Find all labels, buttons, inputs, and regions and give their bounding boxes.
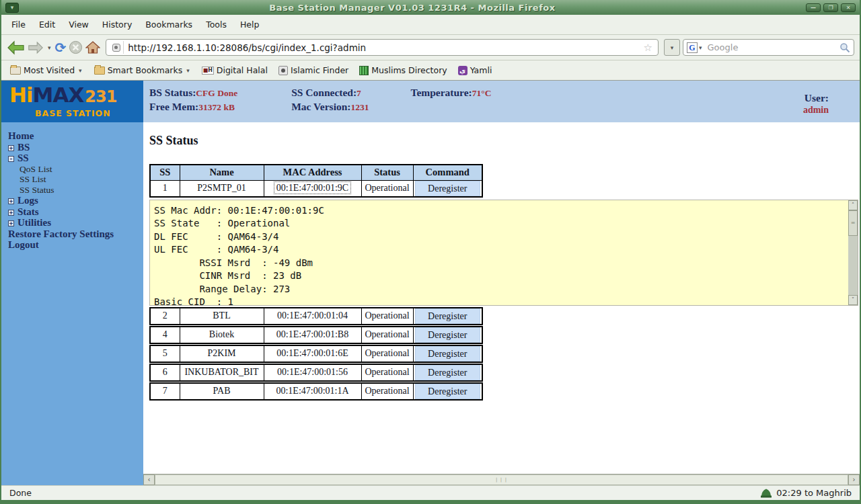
home-icon	[85, 41, 100, 54]
sidebar-item-restore-factory-settings[interactable]: Restore Factory Settings	[8, 228, 143, 240]
col-status: Status	[361, 165, 413, 180]
forward-button[interactable]	[28, 38, 44, 58]
free-mem-value: 31372 kB	[198, 102, 235, 112]
navigation-toolbar: ▾ ⟳ ☆ ▾ G ▾	[1, 35, 860, 60]
close-button[interactable]: ✕	[841, 3, 856, 12]
table-row: 2 BTL 00:1E:47:00:01:04 Operational Dere…	[150, 308, 482, 325]
window-title: Base Station Manager V01.03 1231R4 - Moz…	[19, 3, 806, 13]
menu-help[interactable]: Help	[234, 17, 266, 32]
temperature-label: Temperature:	[410, 87, 472, 98]
user-value: admin	[803, 104, 829, 116]
sidebar-item-ss-list[interactable]: SS List	[8, 174, 143, 185]
deregister-button[interactable]: Deregister	[415, 365, 481, 380]
scrollbar-thumb[interactable]: ❘❘❘	[155, 474, 848, 485]
chevron-down-icon: ▾	[77, 67, 83, 74]
expand-icon[interactable]: +	[8, 210, 14, 216]
deregister-button[interactable]: Deregister	[415, 384, 481, 399]
yamli-icon: ي	[458, 66, 467, 75]
mac-address-link[interactable]: 00:1E:47:00:01:56	[277, 367, 348, 377]
ss-row-table: 4 Biotek 00:1E:47:00:01:B8 Operational D…	[149, 326, 483, 344]
bookmark-star-icon[interactable]: ☆	[641, 42, 655, 54]
expand-icon[interactable]: +	[8, 220, 14, 226]
scroll-right-icon[interactable]: ›	[848, 474, 860, 485]
stop-button[interactable]	[69, 38, 83, 58]
url-bar[interactable]: ☆	[106, 39, 659, 56]
maximize-button[interactable]: ❐	[823, 3, 838, 12]
url-input[interactable]	[128, 42, 640, 53]
content-horizontal-scrollbar[interactable]: ‹ ❘❘❘ ›	[143, 474, 860, 485]
history-dropdown-chevron-icon[interactable]: ▾	[46, 44, 52, 51]
sidebar-item-logout[interactable]: Logout	[8, 239, 143, 251]
mac-address-link[interactable]: 00:1E:47:00:01:B8	[276, 329, 348, 339]
menu-edit[interactable]: Edit	[33, 17, 61, 32]
menu-bookmarks[interactable]: Bookmarks	[139, 17, 198, 32]
table-row: 4 Biotek 00:1E:47:00:01:B8 Operational D…	[150, 327, 482, 343]
mac-address-link[interactable]: 00:1E:47:00:01:6E	[276, 348, 348, 358]
bookmark-smart-bookmarks[interactable]: Smart Bookmarks ▾	[91, 64, 194, 77]
ss-row-table: 5 P2KIM 00:1E:47:00:01:6E Operational De…	[149, 345, 483, 363]
chevron-down-icon: ▾	[185, 67, 191, 74]
islamic-finder-icon	[278, 66, 288, 75]
engine-dropdown-chevron-icon[interactable]: ▾	[698, 44, 704, 51]
forward-icon	[28, 41, 44, 54]
main-content: SS Status SS Name MAC Address Status Com…	[143, 122, 860, 474]
bookmark-most-visited[interactable]: Most Visited ▾	[7, 64, 87, 77]
expand-icon[interactable]: +	[8, 145, 14, 151]
bookmark-digital-halal[interactable]: ■H Digital Halal	[198, 64, 271, 77]
scroll-down-icon[interactable]: ˅	[848, 295, 858, 305]
search-input[interactable]	[704, 42, 839, 52]
ss-row-table: 6 INKUBATOR_BIT 00:1E:47:00:01:56 Operat…	[149, 364, 483, 382]
minimize-button[interactable]: —	[806, 3, 821, 12]
url-dropdown-button[interactable]: ▾	[664, 39, 680, 56]
mac-address-link[interactable]: 00:1E:47:00:01:9C	[274, 182, 350, 194]
home-button[interactable]	[85, 38, 100, 58]
status-text: Done	[9, 488, 32, 498]
sidebar-item-ss-status[interactable]: SS Status	[8, 185, 143, 196]
bs-status-value: CFG Done	[196, 88, 237, 98]
ss-detail-panel[interactable]: SS Mac Addr: 00:1E:47:00:01:9C SS State …	[149, 200, 858, 306]
scroll-left-icon[interactable]: ‹	[143, 474, 155, 485]
sidebar-item-qos-list[interactable]: QoS List	[8, 164, 143, 175]
collapse-icon[interactable]: -	[8, 156, 14, 162]
mac-version-value: 1231	[350, 102, 369, 112]
page-header: HiMAX231 BASE STATION BS Status:CFG Done…	[1, 81, 860, 122]
bookmark-islamic-finder[interactable]: Islamic Finder	[275, 64, 352, 77]
smart-bookmarks-folder-icon	[94, 67, 105, 75]
sidebar-item-bs[interactable]: +BS	[8, 142, 143, 153]
mac-address-link[interactable]: 00:1E:47:00:01:04	[277, 310, 348, 321]
scrollbar-thumb[interactable]: ≡	[848, 210, 858, 236]
prayer-time-text: 02:29 to Maghrib	[776, 488, 852, 498]
himax-logo: HiMAX231 BASE STATION	[1, 81, 143, 122]
sidebar-item-ss[interactable]: -SS	[8, 153, 143, 164]
deregister-button[interactable]: Deregister	[415, 181, 481, 196]
scroll-up-icon[interactable]: ˄	[848, 200, 858, 210]
search-magnifier-icon[interactable]	[839, 42, 850, 53]
search-box[interactable]: G ▾	[683, 39, 854, 56]
mac-address-link[interactable]: 00:1E:47:00:01:1A	[276, 386, 348, 396]
menu-tools[interactable]: Tools	[200, 17, 233, 32]
bookmark-yamli[interactable]: ي Yamli	[455, 64, 496, 77]
menu-history[interactable]: History	[96, 17, 138, 32]
deregister-button[interactable]: Deregister	[415, 327, 481, 343]
google-engine-icon[interactable]: G	[687, 42, 698, 53]
detail-vertical-scrollbar[interactable]: ˄ ≡ ˅	[848, 200, 858, 305]
back-button[interactable]	[7, 38, 25, 58]
deregister-button[interactable]: Deregister	[415, 346, 481, 362]
ss-row-table: 2 BTL 00:1E:47:00:01:04 Operational Dere…	[149, 307, 483, 325]
window-menu-icon[interactable]: ▾	[5, 3, 19, 13]
menu-file[interactable]: File	[5, 17, 32, 32]
col-ss: SS	[150, 165, 180, 180]
menubar: File Edit View History Bookmarks Tools H…	[1, 15, 860, 35]
reload-button[interactable]: ⟳	[55, 38, 67, 58]
sidebar-item-stats[interactable]: +Stats	[8, 206, 143, 218]
sidebar-item-utilities[interactable]: +Utilities	[8, 217, 143, 228]
menu-view[interactable]: View	[63, 17, 95, 32]
sidebar-item-logs[interactable]: +Logs	[8, 195, 143, 206]
sidebar-item-home[interactable]: Home	[8, 130, 143, 142]
expand-icon[interactable]: +	[8, 198, 14, 204]
bookmark-muslims-directory[interactable]: Muslims Directory	[356, 64, 450, 77]
page-viewport: HiMAX231 BASE STATION BS Status:CFG Done…	[1, 81, 860, 485]
ss-status-table: SS Name MAC Address Status Command 1 P2S…	[149, 164, 483, 198]
deregister-button[interactable]: Deregister	[415, 308, 481, 324]
bs-status-label: BS Status:	[149, 87, 196, 98]
